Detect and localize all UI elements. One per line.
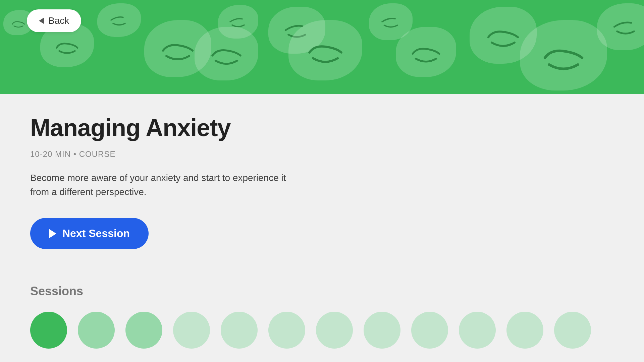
session-circle-2[interactable] — [78, 312, 115, 349]
decorative-blob — [97, 3, 141, 37]
play-icon — [49, 229, 56, 238]
session-circle-9[interactable] — [411, 312, 448, 349]
session-circle-3[interactable] — [125, 312, 162, 349]
session-circle-1[interactable] — [30, 312, 67, 349]
decorative-blob — [288, 20, 362, 80]
next-session-button[interactable]: Next Session — [30, 218, 149, 249]
session-circle-11[interactable] — [506, 312, 543, 349]
course-description: Become more aware of your anxiety and st… — [30, 171, 299, 199]
session-circle-7[interactable] — [316, 312, 353, 349]
session-circle-12[interactable] — [554, 312, 591, 349]
hero-banner: Back — [0, 0, 644, 94]
session-circle-4[interactable] — [173, 312, 210, 349]
session-circle-10[interactable] — [459, 312, 496, 349]
sessions-heading: Sessions — [30, 284, 614, 298]
session-circle-5[interactable] — [221, 312, 258, 349]
back-button[interactable]: Back — [27, 9, 81, 32]
session-circle-6[interactable] — [268, 312, 305, 349]
decorative-blob — [597, 3, 644, 50]
decorative-blob — [195, 27, 258, 80]
session-circle-8[interactable] — [364, 312, 400, 349]
sessions-row — [30, 312, 614, 349]
back-button-label: Back — [48, 15, 69, 26]
next-session-label: Next Session — [62, 227, 130, 240]
course-title: Managing Anxiety — [30, 114, 614, 141]
main-content: Managing Anxiety 10-20 MIN • COURSE Beco… — [0, 94, 644, 362]
decorative-blob — [520, 20, 607, 90]
back-arrow-icon — [39, 17, 44, 24]
divider — [30, 268, 614, 268]
decorative-blob — [396, 27, 456, 77]
course-meta: 10-20 MIN • COURSE — [30, 149, 614, 159]
